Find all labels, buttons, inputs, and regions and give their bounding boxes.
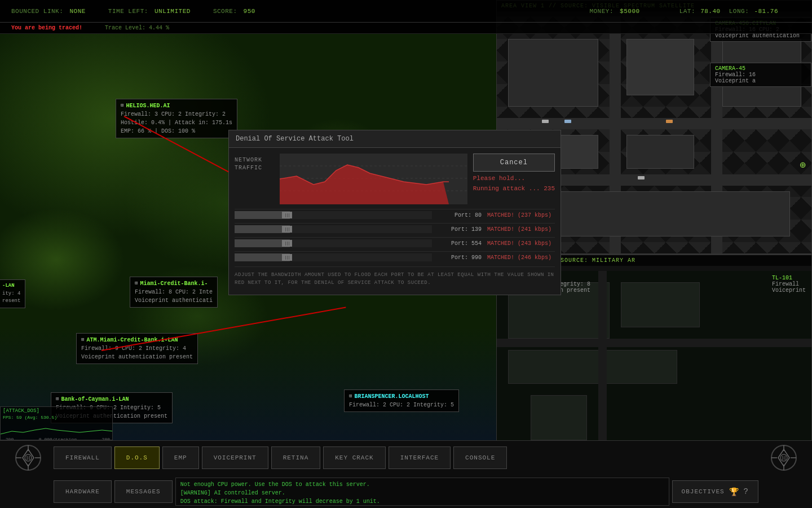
emp-button[interactable]: EMP (162, 446, 199, 469)
hud-time-left: Time Left: Unlimited (108, 8, 191, 15)
firewall-button[interactable]: FIREWALL (54, 446, 112, 469)
hud-coordinates: LAT: 78.40 Long: -81.76 (679, 8, 778, 15)
port-990-slider[interactable]: ||| (235, 253, 432, 261)
port-139-slider[interactable]: ||| (235, 225, 432, 233)
camera-45[interactable]: CAMERA-45 Firewall: 16 Voiceprint a (710, 63, 811, 87)
retina-button[interactable]: RETINA (271, 446, 321, 469)
port-row-554: ||| Port: 554 MATCHED! (243 kbps) (235, 237, 555, 249)
logo-left-icon: H (14, 444, 42, 472)
port-80-slider[interactable]: ||| (235, 211, 432, 219)
key-crack-button[interactable]: KEY CRACK (323, 446, 385, 469)
node-miami-credit[interactable]: ⊞ Miami-Credit-Bank.i- Firewall: 8 CPU: … (130, 277, 218, 308)
message-area: Not enough CPU power. Use the DOS to att… (175, 478, 669, 506)
graph-svg (1, 420, 113, 437)
svg-text:H: H (782, 455, 785, 461)
dos-dialog: Denial Of Service attack tool NETWORK TR… (228, 130, 561, 295)
node-helios[interactable]: ⊞ HELIOS.HED.AI Firewall: 3 CPU: 2 Integ… (116, 99, 237, 138)
interface-button[interactable]: INTERFACE (389, 446, 451, 469)
area2-node2[interactable]: TL-101 Firewall Voiceprint (772, 275, 806, 294)
traffic-graph (280, 154, 467, 204)
dos-instruction: Adjust the bandwidth amount used to floo… (235, 266, 555, 289)
toolbar-bottom: HARDWARE MESSAGES Not enough CPU power. … (0, 475, 812, 508)
dos-dialog-content: NETWORK TRAFFIC Cancel Please hold... (229, 148, 561, 295)
objectives-button[interactable]: OBJECTIVES 🏆 ? (672, 480, 758, 503)
mini-graph: [ATTACK_DOS] FPS: 59 (Avg: 530.5) -200 0… (0, 406, 113, 440)
bottom-toolbar: H FIREWALL D.O.S EMP VOICEPRINT RETINA K… (0, 440, 812, 508)
dos-dialog-header: Denial Of Service attack tool (229, 130, 561, 148)
port-row-990: ||| Port: 990 MATCHED! (246 kbps) (235, 251, 555, 263)
port-rows: ||| Port: 80 MATCHED! (237 kbps) ||| Por… (235, 209, 555, 263)
dos-top-section: NETWORK TRAFFIC Cancel Please hold... (235, 154, 555, 204)
hardware-button[interactable]: HARDWARE (54, 480, 112, 503)
port-554-slider[interactable]: ||| (235, 239, 432, 247)
dos-button[interactable]: D.O.S (114, 446, 160, 469)
node-left-edge: -LAN ity: 4 resent (0, 279, 25, 308)
question-icon: ? (744, 487, 749, 496)
cancel-button[interactable]: Cancel (473, 154, 555, 172)
hud-money: Money: $5000 (589, 8, 639, 15)
logo-right: H (761, 443, 806, 474)
port-row-139: ||| Port: 139 MATCHED! (241 kbps) (235, 223, 555, 235)
node-brian[interactable]: ⊞ BRIANSPENCER.LOCALHOST Firewall: 2 CPU… (344, 389, 459, 412)
svg-text:H: H (26, 455, 30, 461)
node-atm-miami[interactable]: ⊞ ATM.Miami-Credit-Bank.i-LAN Firewall: … (76, 333, 198, 364)
logo-right-icon: H (770, 444, 798, 472)
voiceprint-button[interactable]: VOICEPRINT (202, 446, 268, 469)
top-hud: Bounced Link: None Time Left: Unlimited … (0, 0, 812, 23)
crosshair-icon: ⊕ (800, 159, 806, 171)
messages-button[interactable]: MESSAGES (114, 480, 173, 503)
port-row-80: ||| Port: 80 MATCHED! (237 kbps) (235, 209, 555, 221)
toolbar-top: H FIREWALL D.O.S EMP VOICEPRINT RETINA K… (0, 441, 812, 475)
hud-score: Score: 950 (213, 8, 255, 15)
hud-bounced-link: Bounced Link: None (11, 8, 86, 15)
console-button[interactable]: CONSOLE (453, 446, 507, 469)
trace-warning-bar: You are being traced! Trace Level: 4.44 … (0, 23, 812, 34)
logo-left: H (6, 443, 51, 474)
trophy-icon: 🏆 (729, 487, 739, 497)
